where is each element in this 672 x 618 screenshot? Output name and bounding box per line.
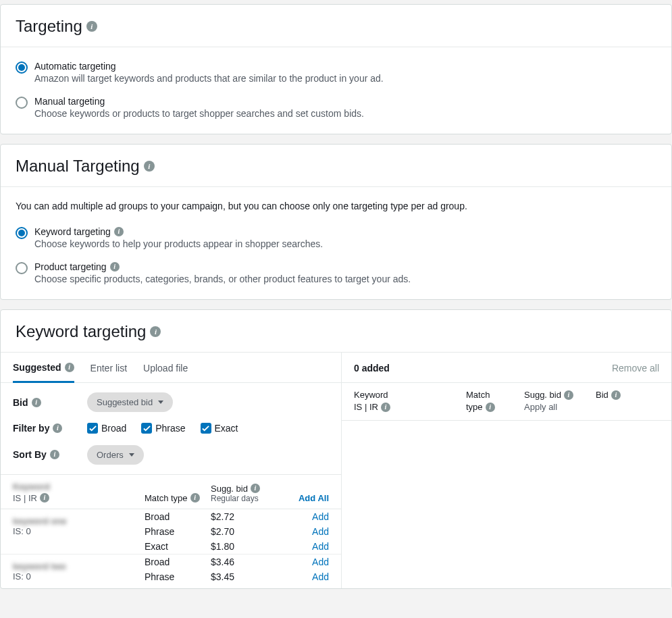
add-link[interactable]: Add — [282, 571, 329, 582]
info-icon[interactable]: i — [251, 484, 260, 493]
check-broad[interactable]: Broad — [87, 423, 126, 434]
keyword-variants: Broad $2.72 Add Phrase $2.70 Add Exact $… — [145, 509, 329, 554]
added-count: 0 added — [354, 363, 390, 374]
col-sub: IS | IR i — [354, 402, 462, 412]
radio-desc: Amazon will target keywords and products… — [34, 73, 384, 84]
sort-select[interactable]: Orders — [87, 445, 144, 465]
check-phrase[interactable]: Phrase — [141, 423, 185, 434]
check-label: Broad — [101, 423, 126, 434]
keyword-cell: keyword two IS: 0 — [13, 555, 145, 588]
keyword-variants: Broad $3.46 Add Phrase $3.45 Add — [145, 555, 329, 588]
remove-all-link[interactable]: Remove all — [612, 363, 659, 374]
radio-label: Manual targeting — [34, 96, 364, 107]
isir-text: IS | IR — [13, 493, 37, 503]
info-icon[interactable]: i — [53, 423, 62, 433]
radio-desc: Choose keywords or products to target sh… — [34, 108, 364, 119]
info-icon[interactable]: i — [65, 363, 74, 372]
filter-checks: Broad Phrase Exact — [87, 423, 251, 434]
col-match: Match type i — [145, 493, 211, 503]
checkbox-checked[interactable] — [87, 423, 98, 434]
add-all-link[interactable]: Add All — [299, 493, 329, 503]
tab-enter-list[interactable]: Enter list — [91, 363, 127, 382]
info-icon[interactable]: i — [190, 493, 200, 503]
filter-label-text: Filter by — [13, 423, 49, 434]
keyword-blurred: keyword two — [13, 561, 145, 571]
add-link[interactable]: Add — [282, 541, 329, 552]
col-title: Keyword — [354, 390, 462, 400]
bid-label-text: Bid — [13, 397, 28, 408]
tab-suggested[interactable]: Suggested i — [13, 362, 74, 383]
kt-right: 0 added Remove all Keyword IS | IR i Mat… — [342, 353, 671, 588]
sort-value: Orders — [97, 450, 124, 460]
radio-input[interactable] — [16, 262, 28, 274]
keyword-blurred: keyword one — [13, 516, 145, 526]
add-link[interactable]: Add — [282, 511, 329, 522]
info-icon[interactable]: i — [564, 390, 573, 400]
radio-input[interactable] — [16, 97, 28, 109]
kt-tabs: Suggested i Enter list Upload file — [1, 353, 341, 383]
sugg-bid: $3.46 — [211, 557, 282, 567]
apply-all-link[interactable]: Apply all — [524, 402, 592, 412]
radio-manual-targeting[interactable]: Manual targeting Choose keywords or prod… — [16, 96, 656, 119]
col-title: Match — [466, 390, 520, 400]
tab-upload-file[interactable]: Upload file — [143, 363, 188, 382]
info-icon[interactable]: i — [114, 227, 124, 236]
sort-label-text: Sort By — [13, 449, 47, 460]
keyword-is: IS: 0 — [13, 571, 145, 582]
variant-row: Broad $2.72 Add — [145, 509, 329, 524]
bid-text: Bid — [596, 390, 609, 400]
kt-title: Keyword targeting i — [1, 310, 671, 352]
add-link[interactable]: Add — [282, 557, 329, 567]
radio-automatic-targeting[interactable]: Automatic targeting Amazon will target k… — [16, 61, 656, 84]
info-icon[interactable]: i — [40, 493, 49, 503]
match-type: Broad — [145, 511, 211, 522]
keyword-row: keyword two IS: 0 Broad $3.46 Add Phrase… — [1, 555, 341, 588]
kt-grid: Suggested i Enter list Upload file Bid i… — [1, 352, 671, 588]
manual-targeting-panel: Manual Targeting i You can add multiple … — [0, 144, 672, 300]
info-icon[interactable]: i — [611, 390, 621, 400]
col-title: Sugg. bid i — [524, 390, 592, 400]
variant-row: Exact $1.80 Add — [145, 539, 329, 554]
radio-desc: Choose specific products, categories, br… — [34, 274, 411, 284]
match-type: Phrase — [145, 526, 211, 537]
sugg-sub: Regular days — [211, 494, 282, 503]
check-exact[interactable]: Exact — [201, 423, 238, 434]
match-type: Broad — [145, 557, 211, 567]
col-sugg: Sugg. bid i Apply all — [524, 390, 592, 412]
info-icon[interactable]: i — [381, 403, 390, 412]
radio-label: Automatic targeting — [34, 61, 384, 72]
col-title: Bid i — [596, 390, 659, 400]
info-icon[interactable]: i — [144, 161, 155, 172]
check-label: Phrase — [155, 423, 185, 434]
info-icon[interactable]: i — [86, 21, 97, 32]
check-label: Exact — [215, 423, 238, 434]
control-filter: Filter by i Broad Phrase — [13, 423, 329, 434]
keyword-cell: keyword one IS: 0 — [13, 509, 145, 554]
radio-product-targeting[interactable]: Product targeting i Choose specific prod… — [16, 261, 656, 284]
kt-controls: Bid i Suggested bid Filter by i — [1, 383, 341, 475]
checkbox-checked[interactable] — [141, 423, 152, 434]
radio-input[interactable] — [16, 61, 28, 74]
info-icon[interactable]: i — [110, 262, 120, 272]
added-header: 0 added Remove all — [342, 353, 671, 383]
chevron-down-icon — [129, 453, 134, 457]
radio-input[interactable] — [16, 227, 28, 239]
col-match: Match type i — [466, 390, 520, 412]
radio-label: Keyword targeting i — [34, 226, 323, 237]
filter-label: Filter by i — [13, 423, 87, 434]
info-icon[interactable]: i — [150, 326, 161, 337]
isir-label: IS | IR i — [13, 493, 145, 503]
checkbox-checked[interactable] — [201, 423, 211, 434]
info-icon[interactable]: i — [32, 398, 41, 407]
col-keyword: Keyword IS | IR i — [354, 390, 462, 412]
radio-keyword-targeting[interactable]: Keyword targeting i Choose keywords to h… — [16, 226, 656, 249]
info-icon[interactable]: i — [486, 403, 495, 412]
add-link[interactable]: Add — [282, 526, 329, 537]
match-text: Match type — [145, 493, 188, 503]
info-icon[interactable]: i — [50, 450, 59, 459]
sugg-bid: $3.45 — [211, 571, 282, 582]
tab-label: Suggested — [13, 362, 61, 373]
sugg-text: Sugg. bid — [524, 390, 561, 400]
keyword-blurred: Keyword — [13, 482, 145, 492]
bid-select[interactable]: Suggested bid — [87, 392, 173, 412]
